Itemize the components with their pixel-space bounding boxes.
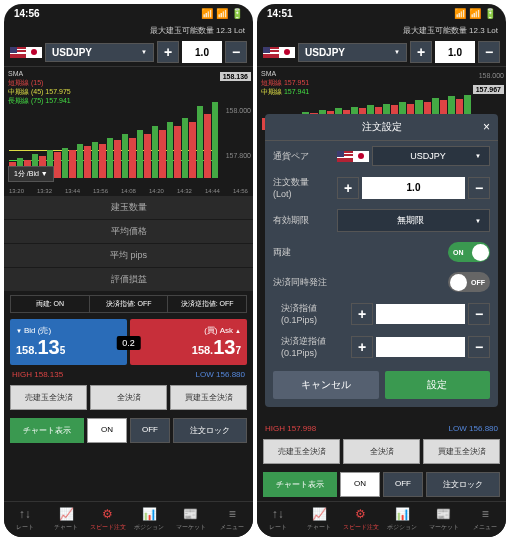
- order-settings-modal: 注文設定 × 通貨ペア USDJPY▼ 注文数量 (Lot) + 1.0 − 有…: [265, 114, 498, 407]
- settle-buttons: 売建玉全決済 全決済 買建玉全決済: [257, 435, 506, 468]
- chevron-down-icon: ▼: [141, 49, 147, 55]
- tab-position[interactable]: 📊ポジション: [129, 502, 171, 537]
- flag-jp-icon: [279, 47, 295, 58]
- chevron-down-icon: ▼: [394, 49, 400, 55]
- pair-select[interactable]: USDJPY▼: [298, 43, 407, 62]
- action-buttons: チャート表示 ON OFF 注文ロック: [257, 468, 506, 501]
- close-icon[interactable]: ×: [483, 120, 490, 134]
- timeframe-button[interactable]: 1分 /Bid ▼: [8, 166, 54, 182]
- tab-market[interactable]: 📰マーケット: [170, 502, 212, 537]
- stop-label: 決済逆指値 (0.1Pips): [281, 335, 345, 358]
- info-rows: 建玉数量 平均価格 平均 pips 評価損益: [4, 196, 253, 292]
- qty-plus-button[interactable]: +: [157, 41, 179, 63]
- modal-ryodate-row: 両建 ON: [265, 237, 498, 267]
- simultaneous-toggle[interactable]: OFF: [448, 272, 490, 292]
- tab-market[interactable]: 📰マーケット: [423, 502, 465, 537]
- qty-minus-button[interactable]: −: [468, 177, 490, 199]
- status-bar: 14:51 📶📶🔋: [257, 4, 506, 23]
- spread-value: 0.2: [116, 336, 141, 350]
- time-axis: 13:2013:3213:4413:5614:0814:2014:3214:44…: [9, 188, 248, 194]
- clock: 14:56: [14, 8, 40, 19]
- pair-select[interactable]: USDJPY▼: [45, 43, 154, 62]
- buy-settle-button[interactable]: 買建玉全決済: [423, 439, 500, 464]
- tab-position[interactable]: 📊ポジション: [382, 502, 424, 537]
- modal-header: 注文設定 ×: [265, 114, 498, 141]
- info-row[interactable]: 平均価格: [4, 220, 253, 244]
- tab-menu[interactable]: ≡メニュー: [212, 502, 254, 537]
- info-row[interactable]: 評価損益: [4, 268, 253, 292]
- sell-settle-button[interactable]: 売建玉全決済: [263, 439, 340, 464]
- tab-chart[interactable]: 📈チャート: [299, 502, 341, 537]
- on-button[interactable]: ON: [340, 472, 380, 497]
- market-icon: 📰: [183, 507, 198, 521]
- modal-limit-row: 決済指値 (0.1Pips) + −: [265, 297, 498, 330]
- cancel-button[interactable]: キャンセル: [273, 371, 379, 399]
- qty-input[interactable]: 1.0: [182, 41, 222, 63]
- tab-speed-order[interactable]: ⚙スピード注文: [87, 502, 129, 537]
- price-chart[interactable]: SMA 短期線 (15) 中期線 (45) 157.975 長期線 (75) 1…: [4, 66, 253, 196]
- tab-speed-order[interactable]: ⚙スピード注文: [340, 502, 382, 537]
- pair-row: USDJPY▼ + 1.0 −: [4, 38, 253, 66]
- order-lock-button[interactable]: 注文ロック: [173, 418, 247, 443]
- high-low-row: HIGH 157.998 LOW 156.880: [257, 422, 506, 435]
- limit-minus-button[interactable]: −: [468, 303, 490, 325]
- ryodate-toggle[interactable]: ON: [448, 242, 490, 262]
- short-line-label: 短期線: [261, 79, 282, 86]
- rate-icon: ↑↓: [272, 507, 284, 521]
- off-button[interactable]: OFF: [130, 418, 170, 443]
- limit-plus-button[interactable]: +: [351, 303, 373, 325]
- short-val: 157.951: [284, 79, 309, 86]
- all-settle-button[interactable]: 全決済: [343, 439, 420, 464]
- tab-rate[interactable]: ↑↓レート: [4, 502, 46, 537]
- bid-button[interactable]: ▼Bid (売) 158.135: [10, 319, 127, 365]
- low-value: 156.880: [469, 424, 498, 433]
- order-lock-button[interactable]: 注文ロック: [426, 472, 500, 497]
- price-tag: 157.967: [473, 85, 504, 94]
- stop-minus-button[interactable]: −: [468, 336, 490, 358]
- tab-rate[interactable]: ↑↓レート: [257, 502, 299, 537]
- info-row[interactable]: 平均 pips: [4, 244, 253, 268]
- ask-price: 158.137: [136, 336, 241, 359]
- tab-chart[interactable]: 📈チャート: [46, 502, 88, 537]
- qty-plus-button[interactable]: +: [410, 41, 432, 63]
- pair-row: USDJPY▼ + 1.0 −: [257, 38, 506, 66]
- flag-pair: [263, 47, 295, 58]
- short-line-label: 短期線 (15): [8, 79, 43, 86]
- info-row[interactable]: 建玉数量: [4, 196, 253, 220]
- modal-stop-row: 決済逆指値 (0.1Pips) + −: [265, 330, 498, 363]
- expiry-label: 有効期限: [273, 214, 331, 227]
- signal-icon: 📶: [454, 8, 466, 19]
- flag-pair: [337, 151, 369, 162]
- stop-input[interactable]: [376, 337, 465, 357]
- all-settle-button[interactable]: 全決済: [90, 385, 167, 410]
- ok-button[interactable]: 設定: [385, 371, 491, 399]
- ask-button[interactable]: (買) Ask▲ 158.137: [130, 319, 247, 365]
- position-icon: 📊: [395, 507, 410, 521]
- wifi-icon: 📶: [469, 8, 481, 19]
- qty-minus-button[interactable]: −: [225, 41, 247, 63]
- tab-menu[interactable]: ≡メニュー: [465, 502, 507, 537]
- pair-select[interactable]: USDJPY▼: [372, 146, 490, 166]
- triangle-up-icon: ▲: [235, 328, 241, 334]
- off-button[interactable]: OFF: [383, 472, 423, 497]
- chart-show-button[interactable]: チャート表示: [10, 418, 84, 443]
- menu-icon: ≡: [482, 507, 489, 521]
- tab-bar: ↑↓レート 📈チャート ⚙スピード注文 📊ポジション 📰マーケット ≡メニュー: [257, 501, 506, 537]
- settle-buttons: 売建玉全決済 全決済 買建玉全決済: [4, 381, 253, 414]
- qty-plus-button[interactable]: +: [337, 177, 359, 199]
- qty-input[interactable]: 1.0: [362, 177, 465, 199]
- modal-pair-row: 通貨ペア USDJPY▼: [265, 141, 498, 171]
- qty-minus-button[interactable]: −: [478, 41, 500, 63]
- chart-show-button[interactable]: チャート表示: [263, 472, 337, 497]
- battery-icon: 🔋: [231, 8, 243, 19]
- buy-settle-button[interactable]: 買建玉全決済: [170, 385, 247, 410]
- clock: 14:51: [267, 8, 293, 19]
- limit-input[interactable]: [376, 304, 465, 324]
- expiry-select[interactable]: 無期限▼: [337, 209, 490, 232]
- on-button[interactable]: ON: [87, 418, 127, 443]
- ryodate-label: 両建: [273, 246, 331, 259]
- pair-label: USDJPY: [305, 47, 345, 58]
- stop-plus-button[interactable]: +: [351, 336, 373, 358]
- sell-settle-button[interactable]: 売建玉全決済: [10, 385, 87, 410]
- qty-input[interactable]: 1.0: [435, 41, 475, 63]
